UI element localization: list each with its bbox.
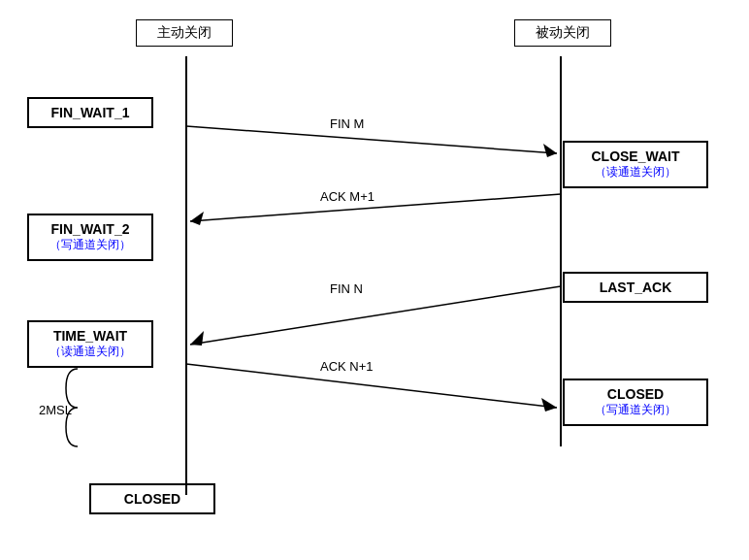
close-wait-box: CLOSE_WAIT （读通道关闭） bbox=[563, 141, 708, 188]
closed-right-main-label: CLOSED bbox=[574, 386, 697, 402]
svg-line-4 bbox=[190, 194, 561, 221]
right-header-label: 被动关闭 bbox=[536, 24, 590, 40]
time-wait-main-label: TIME_WAIT bbox=[39, 328, 142, 344]
svg-line-2 bbox=[186, 126, 557, 153]
fin-m-label: FIN M bbox=[330, 116, 364, 131]
close-wait-sub-label: （读通道关闭） bbox=[574, 164, 697, 181]
last-ack-box: LAST_ACK bbox=[563, 272, 708, 303]
fin-wait-2-main-label: FIN_WAIT_2 bbox=[39, 221, 142, 237]
closed-right-box: CLOSED （写通道关闭） bbox=[563, 379, 708, 426]
closed-left-box: CLOSED bbox=[89, 483, 215, 514]
last-ack-label: LAST_ACK bbox=[574, 280, 697, 295]
time-wait-box: TIME_WAIT （读通道关闭） bbox=[27, 320, 153, 368]
left-header-label: 主动关闭 bbox=[157, 24, 212, 40]
brace-label: 2MSL bbox=[39, 403, 72, 417]
diagram-container: 主动关闭 被动关闭 FIN_WAIT_1 FIN_WAIT_2 （写通道关闭） … bbox=[0, 0, 749, 560]
ack-m1-label: ACK M+1 bbox=[320, 189, 374, 204]
fin-wait-2-sub-label: （写通道关闭） bbox=[39, 237, 142, 253]
ack-n1-label: ACK N+1 bbox=[320, 359, 374, 374]
svg-marker-3 bbox=[543, 144, 557, 157]
fin-wait-1-box: FIN_WAIT_1 bbox=[27, 97, 153, 128]
right-header-box: 被动关闭 bbox=[514, 19, 611, 47]
fin-wait-2-box: FIN_WAIT_2 （写通道关闭） bbox=[27, 214, 153, 261]
closed-right-sub-label: （写通道关闭） bbox=[574, 402, 697, 418]
svg-line-6 bbox=[190, 286, 561, 345]
closed-left-label: CLOSED bbox=[101, 491, 204, 507]
close-wait-main-label: CLOSE_WAIT bbox=[574, 148, 697, 164]
fin-wait-1-label: FIN_WAIT_1 bbox=[39, 105, 142, 120]
time-wait-sub-label: （读通道关闭） bbox=[39, 344, 142, 360]
svg-marker-7 bbox=[190, 331, 204, 346]
svg-marker-9 bbox=[541, 398, 557, 412]
fin-n-label: FIN N bbox=[330, 281, 363, 296]
svg-marker-5 bbox=[190, 212, 204, 225]
left-header-box: 主动关闭 bbox=[136, 19, 233, 47]
